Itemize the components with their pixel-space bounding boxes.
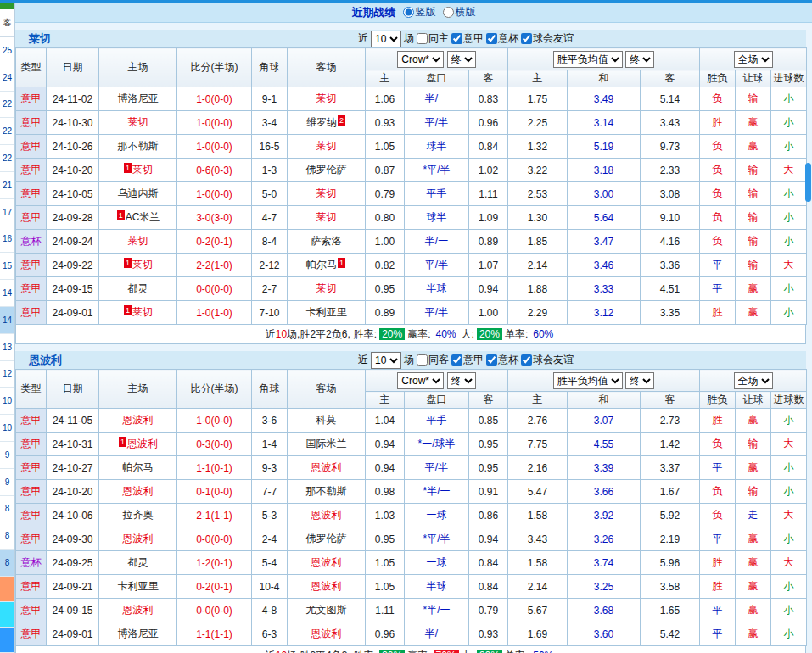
away-team-name[interactable]: 莱切 bbox=[316, 211, 337, 223]
layout-horizontal-option[interactable]: 横版 bbox=[443, 5, 476, 20]
col-date: 日期 bbox=[47, 48, 99, 87]
result-cell: 负 bbox=[700, 206, 736, 230]
handicap-cell: 一球 bbox=[405, 504, 469, 527]
avg-home-cell: 1.88 bbox=[508, 277, 568, 301]
away-team-name[interactable]: 莱切 bbox=[316, 92, 337, 104]
bookmaker-select[interactable]: Crow* bbox=[397, 51, 444, 68]
league-type-cell: 意甲 bbox=[16, 182, 47, 206]
home-team-name[interactable]: 恩波利 bbox=[123, 604, 154, 616]
home-team-name[interactable]: 博洛尼亚 bbox=[118, 628, 159, 639]
cup-checkbox[interactable] bbox=[486, 354, 497, 366]
red-card-badge: 1 bbox=[124, 163, 132, 173]
away-team-name[interactable]: 恩波利 bbox=[311, 556, 342, 568]
same-venue-label: 同主 bbox=[428, 31, 449, 46]
home-team-name[interactable]: 莱切 bbox=[128, 235, 148, 247]
home-team-name[interactable]: 莱切 bbox=[128, 116, 148, 128]
away-team-name[interactable]: 莱切 bbox=[316, 282, 337, 294]
away-team-name[interactable]: 恩波利 bbox=[311, 461, 342, 473]
league-filter[interactable]: 意甲 bbox=[451, 353, 484, 367]
scrollbar-thumb[interactable] bbox=[805, 163, 811, 202]
date-cell: 24-09-25 bbox=[47, 551, 99, 575]
match-count-select[interactable]: 10 bbox=[371, 352, 401, 369]
date-cell: 24-10-05 bbox=[47, 182, 99, 206]
away-team-name[interactable]: 恩波利 bbox=[311, 509, 342, 521]
away-team-name[interactable]: 佛罗伦萨 bbox=[306, 533, 347, 544]
home-team-name[interactable]: 恩波利 bbox=[123, 533, 154, 544]
scope-select[interactable]: 全场 bbox=[734, 372, 773, 389]
vertical-radio[interactable] bbox=[403, 7, 414, 18]
friendly-filter[interactable]: 球会友谊 bbox=[521, 31, 574, 46]
bookmaker-select[interactable]: Crow* bbox=[397, 372, 444, 389]
let-result-cell: 赢 bbox=[736, 527, 771, 551]
avg-type-select[interactable]: 胜平负均值 bbox=[553, 51, 623, 68]
odds-group-header: Crow* 终 bbox=[366, 48, 508, 70]
away-team-name[interactable]: 佛罗伦萨 bbox=[306, 164, 347, 176]
home-team-name[interactable]: 乌迪内斯 bbox=[118, 187, 159, 199]
filter-controls: 近 10 场 同主 意甲 意杯 球会友谊 bbox=[358, 31, 574, 47]
away-team-name[interactable]: 帕尔马 bbox=[306, 259, 337, 271]
home-team-name[interactable]: 那不勒斯 bbox=[118, 140, 159, 152]
games-label: 场 bbox=[404, 353, 414, 367]
result-cell: 负 bbox=[700, 480, 736, 504]
same-venue-checkbox[interactable] bbox=[417, 354, 428, 366]
avg-home-cell: 1.32 bbox=[508, 135, 568, 159]
league-checkbox[interactable] bbox=[451, 33, 462, 44]
handicap-cell: *一/球半 bbox=[405, 433, 469, 456]
league-filter[interactable]: 意甲 bbox=[451, 31, 484, 46]
friendly-checkbox[interactable] bbox=[521, 354, 532, 366]
away-team-name[interactable]: 萨索洛 bbox=[311, 235, 342, 247]
scope-select[interactable]: 全场 bbox=[734, 51, 773, 68]
match-row: 意甲24-09-15恩波利0-0(0-0)4-8尤文图斯1.11*半/一0.79… bbox=[16, 599, 807, 622]
friendly-filter[interactable]: 球会友谊 bbox=[521, 353, 574, 367]
away-team-name[interactable]: 恩波利 bbox=[311, 580, 342, 592]
avg-stage-select[interactable]: 终 bbox=[625, 51, 654, 68]
home-team-name[interactable]: 莱切 bbox=[132, 306, 153, 318]
away-team-name[interactable]: 卡利亚里 bbox=[306, 306, 347, 318]
cup-filter[interactable]: 意杯 bbox=[486, 353, 518, 367]
home-team-name[interactable]: 帕尔马 bbox=[123, 461, 154, 473]
same-venue-filter[interactable]: 同主 bbox=[417, 31, 449, 46]
cup-filter[interactable]: 意杯 bbox=[486, 31, 518, 46]
home-team-name[interactable]: 卡利亚里 bbox=[118, 580, 159, 592]
away-team-name[interactable]: 维罗纳 bbox=[306, 116, 337, 128]
home-odds-cell: 1.05 bbox=[366, 551, 405, 575]
home-team-name[interactable]: 恩波利 bbox=[123, 485, 154, 497]
home-odds-cell: 1.00 bbox=[366, 230, 405, 254]
score-cell: 1-0(1-0) bbox=[177, 301, 252, 325]
adjacent-column-cell: 21 bbox=[0, 172, 14, 199]
odds-stage-select[interactable]: 终 bbox=[447, 372, 476, 389]
corner-cell: 16-5 bbox=[252, 135, 288, 159]
away-team-name[interactable]: 尤文图斯 bbox=[306, 604, 347, 616]
away-team-name[interactable]: 恩波利 bbox=[311, 628, 342, 639]
away-team-name[interactable]: 科莫 bbox=[316, 414, 337, 426]
home-team-name[interactable]: 都灵 bbox=[128, 282, 148, 294]
home-team-name[interactable]: 都灵 bbox=[128, 556, 148, 568]
away-team-name[interactable]: 那不勒斯 bbox=[306, 485, 347, 497]
avg-stage-select[interactable]: 终 bbox=[625, 372, 654, 389]
layout-vertical-option[interactable]: 竖版 bbox=[403, 5, 436, 20]
away-team-name[interactable]: 莱切 bbox=[316, 140, 337, 152]
home-team-name[interactable]: AC米兰 bbox=[126, 211, 160, 223]
home-team-name[interactable]: 莱切 bbox=[132, 164, 153, 176]
home-team-name[interactable]: 博洛尼亚 bbox=[118, 92, 159, 104]
result-cell: 负 bbox=[700, 87, 736, 111]
horizontal-label: 横版 bbox=[456, 5, 476, 20]
avg-type-select[interactable]: 胜平负均值 bbox=[553, 372, 623, 389]
same-venue-filter[interactable]: 同客 bbox=[417, 353, 449, 367]
league-checkbox[interactable] bbox=[451, 354, 462, 366]
odds-stage-select[interactable]: 终 bbox=[447, 51, 476, 68]
horizontal-radio[interactable] bbox=[443, 7, 454, 18]
away-team-cell: 恩波利 bbox=[288, 456, 366, 480]
cup-checkbox[interactable] bbox=[486, 33, 497, 44]
friendly-checkbox[interactable] bbox=[521, 33, 532, 44]
goals-cell: 大 bbox=[771, 504, 807, 527]
home-team-name[interactable]: 莱切 bbox=[132, 259, 153, 271]
home-team-name[interactable]: 恩波利 bbox=[123, 414, 154, 426]
home-team-name[interactable]: 恩波利 bbox=[127, 438, 158, 449]
home-team-name[interactable]: 拉齐奥 bbox=[123, 509, 154, 521]
same-venue-checkbox[interactable] bbox=[417, 33, 428, 44]
away-team-name[interactable]: 莱切 bbox=[316, 187, 337, 199]
left-strip: 客 25242222222117161514141312101099888 bbox=[0, 3, 15, 653]
away-team-name[interactable]: 国际米兰 bbox=[306, 438, 347, 449]
match-count-select[interactable]: 10 bbox=[371, 31, 401, 47]
